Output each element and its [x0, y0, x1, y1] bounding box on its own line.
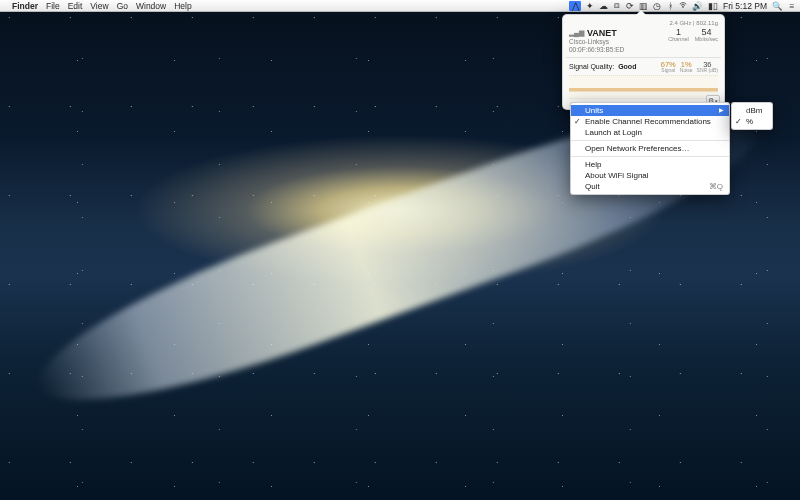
menu-file[interactable]: File — [46, 1, 60, 11]
clock[interactable]: Fri 5:12 PM — [723, 1, 767, 11]
bluetooth-icon[interactable]: ᚼ — [666, 1, 674, 11]
quality-value: Good — [618, 63, 636, 70]
band-info: 2.4 GHz | 802.11g — [569, 20, 718, 26]
signal-bars-icon: ▂▄▆ — [569, 29, 584, 37]
settings-menu: Units Enable Channel Recommendations Lau… — [570, 102, 730, 195]
snr-metric: 36SNR (dB) — [697, 61, 718, 74]
signal-quality-row: Signal Quality: Good 67%Signal 1%Noise 3… — [569, 61, 718, 74]
mac-address: 00:0F:66:93:B5:ED — [569, 46, 668, 54]
quality-label: Signal Quality: — [569, 63, 614, 70]
menu-edit[interactable]: Edit — [68, 1, 83, 11]
menu-help[interactable]: Help — [174, 1, 191, 11]
twitter-icon[interactable]: ✦ — [586, 1, 594, 11]
menu-launch-at-login[interactable]: Launch at Login — [571, 127, 729, 138]
channel-stat: 1 Channel — [668, 28, 689, 43]
notification-center-icon[interactable]: ≡ — [788, 1, 796, 11]
signal-metric: 67%Signal — [661, 61, 676, 74]
menu-quit[interactable]: Quit⌘Q — [571, 181, 729, 192]
network-ssid: VANET — [587, 28, 617, 38]
menu-units[interactable]: Units — [571, 105, 729, 116]
units-submenu: dBm % — [731, 102, 773, 130]
menu-go[interactable]: Go — [117, 1, 128, 11]
menu-bar: Finder File Edit View Go Window Help ⋀ ✦… — [0, 0, 800, 12]
display-icon[interactable]: ▥ — [639, 1, 648, 11]
wifi-signal-popover: 2.4 GHz | 802.11g ▂▄▆ VANET Cisco-Linksy… — [562, 14, 725, 110]
rate-stat: 54 Mbits/sec — [695, 28, 718, 43]
timemachine-icon[interactable]: ◷ — [653, 1, 661, 11]
units-dbm[interactable]: dBm — [732, 105, 772, 116]
cloud-icon[interactable]: ☁ — [599, 1, 608, 11]
noise-metric: 1%Noise — [680, 61, 693, 74]
svg-point-0 — [683, 7, 684, 8]
units-percent[interactable]: % — [732, 116, 772, 127]
sync-icon[interactable]: ⟳ — [626, 1, 634, 11]
volume-icon[interactable]: 🔊 — [692, 1, 703, 11]
router-vendor: Cisco-Linksys — [569, 38, 668, 46]
wifi-signal-menu-icon[interactable]: ⋀ — [569, 1, 581, 11]
signal-graph — [569, 75, 718, 99]
menu-window[interactable]: Window — [136, 1, 166, 11]
menu-help[interactable]: Help — [571, 159, 729, 170]
menu-about[interactable]: About WiFi Signal — [571, 170, 729, 181]
menu-enable-recommendations[interactable]: Enable Channel Recommendations — [571, 116, 729, 127]
menu-view[interactable]: View — [90, 1, 108, 11]
dropbox-icon[interactable]: ⧈ — [613, 0, 621, 11]
battery-icon[interactable]: ▮▯ — [708, 1, 718, 11]
app-name[interactable]: Finder — [12, 1, 38, 11]
wifi-icon[interactable] — [679, 1, 687, 11]
menu-open-network-prefs[interactable]: Open Network Preferences… — [571, 143, 729, 154]
spotlight-icon[interactable]: 🔍 — [772, 1, 783, 11]
